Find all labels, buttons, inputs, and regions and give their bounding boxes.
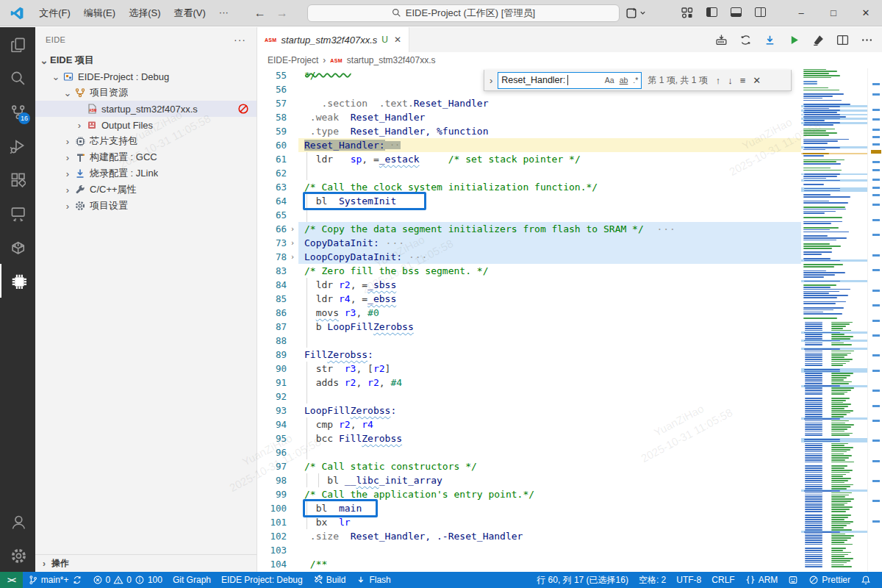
code-editor[interactable]: 55*/5657 .section .text.Reset_Handler58 …: [257, 68, 882, 572]
chevron-right-icon[interactable]: ›: [62, 201, 74, 212]
minimize-button[interactable]: –: [785, 0, 817, 26]
command-center-search[interactable]: EIDE-Project (工作区) [管理员]: [307, 4, 620, 22]
activitybar-item-run-debug[interactable]: [0, 129, 35, 162]
find-input[interactable]: Reset_Handler: Aa ab .*: [498, 72, 642, 89]
activitybar-item-settings[interactable]: [0, 538, 35, 572]
tree-item-eide-[interactable]: ⌄EIDE 项目: [35, 52, 257, 68]
whole-word-button[interactable]: ab: [620, 76, 628, 85]
statusbar-build[interactable]: Build: [308, 572, 351, 588]
breadcrumb-project[interactable]: EIDE-Project: [268, 55, 318, 65]
nav-forward-button[interactable]: →: [276, 7, 288, 20]
activitybar-item-explorer[interactable]: [0, 27, 35, 61]
statusbar-git-graph[interactable]: Git Graph: [168, 572, 216, 588]
chevron-down-icon[interactable]: ⌄: [38, 55, 50, 66]
statusbar-flash[interactable]: Flash: [351, 572, 395, 588]
menu-item-4[interactable]: ···: [212, 4, 235, 23]
more-button[interactable]: [861, 34, 873, 46]
toggle-primary-sidebar-button[interactable]: [706, 7, 717, 17]
minimap[interactable]: [801, 68, 867, 572]
activitybar-item-source-control[interactable]: 16: [0, 95, 35, 129]
split-button[interactable]: [836, 34, 849, 46]
rebuild-button[interactable]: [739, 34, 752, 46]
menu-item-1[interactable]: 编辑(E): [77, 4, 122, 23]
find-next-button[interactable]: ↓: [725, 75, 735, 86]
line-number: 90: [257, 363, 287, 374]
tree-item-output-files[interactable]: ›Output Files: [35, 117, 257, 133]
chevron-down-icon[interactable]: ⌄: [62, 87, 74, 98]
fold-chevron-icon[interactable]: ›: [287, 253, 298, 261]
fold-chevron-icon[interactable]: ›: [287, 225, 298, 233]
statusbar-cursor-position[interactable]: 行 60, 列 17 (已选择16): [531, 572, 634, 588]
run-button[interactable]: [788, 34, 800, 46]
find-results-count: 第 1 项, 共 1 项: [645, 74, 710, 87]
find-previous-button[interactable]: ↑: [714, 75, 723, 86]
find-replace-toggle-icon[interactable]: ›: [487, 75, 495, 86]
statusbar-language-mode[interactable]: ARM: [740, 572, 784, 588]
tree-item--jlink[interactable]: ›烧录配置 : JLink: [35, 165, 257, 182]
customize-layout-icon[interactable]: [681, 7, 693, 18]
line-number: 73: [257, 237, 287, 248]
statusbar-encoding[interactable]: UTF-8: [671, 572, 706, 588]
line-content: adds r2, r2, #4: [298, 376, 801, 390]
tree-item-c-c-[interactable]: ›C/C++属性: [35, 182, 257, 198]
tree-item--[interactable]: ›项目设置: [35, 198, 257, 214]
download-button[interactable]: [764, 34, 776, 46]
line-number: 103: [257, 545, 287, 556]
chevron-right-icon[interactable]: ›: [62, 152, 74, 163]
statusbar-problems[interactable]: 00100: [87, 572, 168, 588]
tree-item--[interactable]: ⌄项目资源: [35, 85, 257, 101]
toggle-panel-button[interactable]: [731, 7, 742, 17]
build-button[interactable]: [715, 34, 728, 46]
find-in-selection-button[interactable]: ≡: [738, 75, 748, 86]
statusbar-indentation[interactable]: 空格: 2: [634, 572, 671, 588]
statusbar-prettier[interactable]: Prettier: [803, 572, 856, 588]
overview-ruler[interactable]: [867, 68, 882, 572]
ruler-mark: [872, 109, 880, 111]
statusbar-notifications[interactable]: [856, 572, 876, 588]
activitybar-item-extensions[interactable]: [0, 162, 35, 196]
maximize-button[interactable]: □: [817, 0, 850, 26]
tree-item--gcc[interactable]: ›构建配置 : GCC: [35, 149, 257, 165]
tab-close-icon[interactable]: ✕: [394, 35, 401, 45]
activitybar-item-eide-chip[interactable]: [0, 264, 35, 298]
toggle-secondary-sidebar-button[interactable]: [755, 7, 766, 17]
regex-button[interactable]: .*: [633, 76, 638, 85]
chevron-right-icon[interactable]: ›: [62, 168, 74, 179]
fold-chevron-icon[interactable]: ›: [287, 239, 298, 247]
statusbar-git-branch[interactable]: main*+: [23, 572, 87, 588]
breadcrumb-file[interactable]: startup_stm32f407xx.s: [347, 55, 436, 65]
close-button[interactable]: ✕: [850, 0, 882, 26]
match-case-button[interactable]: Aa: [605, 76, 614, 85]
chevron-right-icon[interactable]: ›: [74, 120, 85, 131]
feedback-icon: [788, 575, 798, 585]
containers-icon: [10, 239, 26, 255]
breadcrumb[interactable]: EIDE-Project › ASM startup_stm32f407xx.s: [257, 52, 882, 68]
sidebar-section-operations[interactable]: › 操作: [35, 554, 257, 572]
clean-button[interactable]: [812, 34, 825, 46]
find-close-button[interactable]: ✕: [750, 75, 763, 86]
menu-item-3[interactable]: 查看(V): [167, 4, 212, 23]
activitybar-item-containers[interactable]: [0, 230, 35, 264]
tree-item-eide-project-debug[interactable]: ⌄EIDE-Project : Debug: [35, 68, 257, 85]
tree-item--[interactable]: ›芯片支持包: [35, 133, 257, 149]
chevron-right-icon[interactable]: ›: [62, 184, 74, 196]
chevron-down-icon[interactable]: ⌄: [50, 71, 62, 82]
nav-back-button[interactable]: ←: [254, 7, 266, 20]
chevron-right-icon[interactable]: ›: [62, 136, 74, 147]
menu-item-0[interactable]: 文件(F): [32, 4, 77, 23]
activitybar-item-account[interactable]: [0, 504, 35, 538]
project-icon: [62, 71, 74, 82]
copilot-button[interactable]: [625, 7, 646, 19]
statusbar-eol[interactable]: CRLF: [706, 572, 739, 588]
statusbar-feedback[interactable]: [783, 572, 803, 588]
remote-indicator-button[interactable]: ><: [0, 572, 23, 588]
menu-item-2[interactable]: 选择(S): [122, 4, 167, 23]
activitybar-item-search[interactable]: [0, 61, 35, 95]
account-icon: [10, 513, 26, 529]
tree-item-startup_stm32f407xx-s[interactable]: ASMstartup_stm32f407xx.s: [35, 101, 257, 117]
activitybar-item-remote-explorer[interactable]: [0, 196, 35, 230]
statusbar-eide-project-config[interactable]: EIDE Project: Debug: [216, 572, 308, 588]
indent-guide: [306, 208, 307, 222]
sidebar-more-actions-button[interactable]: ···: [234, 34, 246, 46]
tab-startup-asm[interactable]: ASM startup_stm32f407xx.s U ✕: [257, 27, 409, 52]
